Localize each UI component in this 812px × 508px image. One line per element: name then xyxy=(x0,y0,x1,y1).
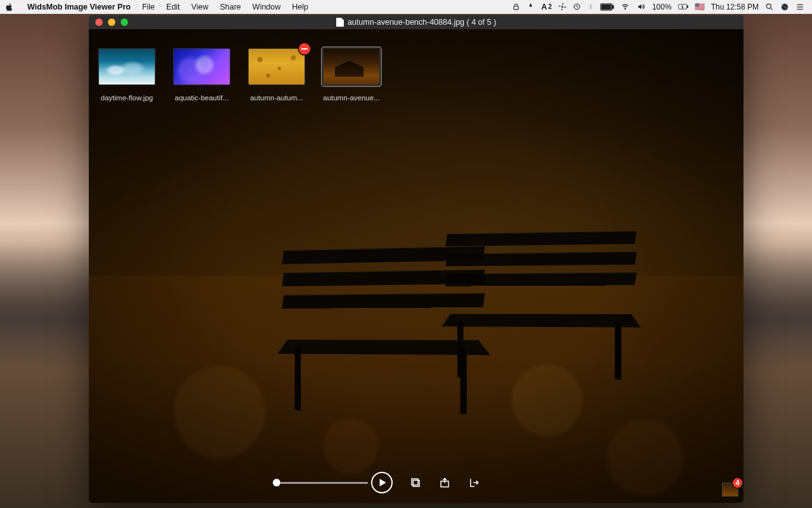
svg-rect-15 xyxy=(413,480,419,486)
remove-badge-icon[interactable] xyxy=(299,43,310,55)
brush-icon[interactable] xyxy=(527,3,535,11)
notification-center-icon[interactable] xyxy=(796,3,804,11)
adobe-count: 2 xyxy=(548,3,552,10)
lock-icon[interactable] xyxy=(512,3,520,11)
adobe-label: A xyxy=(541,3,547,11)
menu-help[interactable]: Help xyxy=(286,3,314,11)
bottom-toolbar xyxy=(89,470,743,495)
document-icon xyxy=(336,18,344,27)
menu-edit[interactable]: Edit xyxy=(160,3,186,11)
battery-percent: 100% xyxy=(652,3,672,11)
play-slideshow-button[interactable] xyxy=(371,472,393,493)
menu-file[interactable]: File xyxy=(136,3,160,11)
battery-icon[interactable] xyxy=(600,3,614,11)
svg-point-9 xyxy=(766,4,771,8)
svg-rect-16 xyxy=(412,479,418,485)
thumbnail-label: autumn-autum... xyxy=(247,94,306,102)
window-close-button[interactable] xyxy=(95,18,103,26)
thumbnail-item[interactable]: daytime-flow.jpg xyxy=(98,48,156,102)
adobe-status[interactable]: A2 xyxy=(541,3,552,11)
wifi-icon[interactable] xyxy=(620,3,630,11)
thumbnail-label: aquatic-beautif... xyxy=(173,94,231,102)
window-zoom-button[interactable] xyxy=(121,18,128,26)
macos-menubar: WidsMob Image Viewer Pro File Edit View … xyxy=(0,0,812,14)
window-title: autumn-avenue-bench-40884.jpg ( 4 of 5 ) xyxy=(348,18,496,27)
thumbnail-item[interactable]: autumn-avenue... xyxy=(322,48,381,102)
svg-rect-8 xyxy=(687,6,688,8)
battery-charging-icon xyxy=(678,3,688,10)
export-button[interactable] xyxy=(468,476,480,489)
window-minimize-button[interactable] xyxy=(108,18,115,26)
thumbnail-label: autumn-avenue... xyxy=(322,94,381,102)
thumbnail-strip: daytime-flow.jpg aquatic-beautif... autu… xyxy=(98,48,381,102)
zoom-slider[interactable] xyxy=(273,476,368,489)
viewer-area[interactable]: daytime-flow.jpg aquatic-beautif... autu… xyxy=(89,29,743,503)
bluetooth-icon[interactable] xyxy=(587,3,594,11)
timemachine-icon[interactable] xyxy=(573,3,581,11)
volume-icon[interactable] xyxy=(636,3,646,11)
thumbnail-item[interactable]: aquatic-beautif... xyxy=(173,48,231,102)
thumbnail-item[interactable]: autumn-autum... xyxy=(247,48,306,102)
tray-count-badge: 4 xyxy=(733,478,742,488)
spotlight-icon[interactable] xyxy=(765,3,774,11)
svg-rect-0 xyxy=(514,6,519,10)
app-window: autumn-avenue-bench-40884.jpg ( 4 of 5 ) xyxy=(89,15,743,503)
svg-point-6 xyxy=(625,9,625,10)
thumbnail-image[interactable] xyxy=(248,48,305,85)
svg-rect-4 xyxy=(601,4,610,9)
svg-point-1 xyxy=(561,6,563,7)
menu-view[interactable]: View xyxy=(186,3,214,11)
thumbnail-image[interactable] xyxy=(323,48,380,85)
fan-icon[interactable] xyxy=(558,3,566,11)
app-name[interactable]: WidsMob Image Viewer Pro xyxy=(22,3,136,11)
svg-rect-5 xyxy=(612,5,613,8)
input-source-flag[interactable]: 🇺🇸 xyxy=(695,2,705,11)
thumbnail-label: daytime-flow.jpg xyxy=(98,94,156,102)
thumbnail-image[interactable] xyxy=(98,48,155,85)
siri-icon[interactable] xyxy=(780,3,789,11)
menu-window[interactable]: Window xyxy=(247,3,286,11)
fit-to-screen-button[interactable] xyxy=(409,476,422,489)
thumbnail-image[interactable] xyxy=(173,48,230,85)
window-titlebar[interactable]: autumn-avenue-bench-40884.jpg ( 4 of 5 ) xyxy=(89,15,743,29)
menu-share[interactable]: Share xyxy=(214,3,246,11)
tray-thumbnail[interactable]: 4 xyxy=(722,483,738,497)
menubar-datetime[interactable]: Thu 12:58 PM xyxy=(711,3,759,11)
apple-menu-icon[interactable] xyxy=(5,3,14,11)
share-button[interactable] xyxy=(438,476,451,489)
zoom-slider-thumb[interactable] xyxy=(273,479,280,486)
